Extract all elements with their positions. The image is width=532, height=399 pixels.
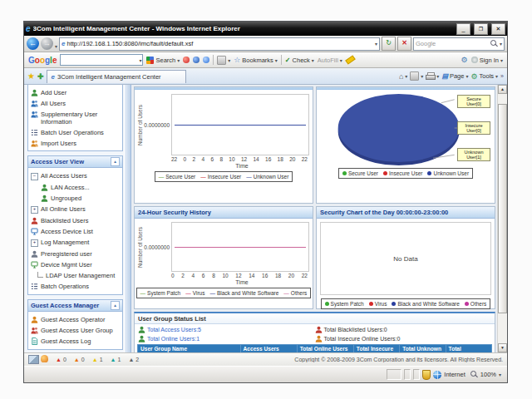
search-dropdown-icon[interactable] <box>500 40 502 47</box>
tools-menu-button[interactable]: ⚙Tools <box>470 72 498 81</box>
chevron-down-icon[interactable] <box>495 72 498 80</box>
sidebar-item-all-users[interactable]: All Users <box>30 98 121 109</box>
spellcheck-button[interactable]: ✓Check <box>285 57 314 64</box>
highlighter-icon[interactable] <box>345 55 355 64</box>
toolbar-overflow-icon[interactable]: » <box>500 73 504 79</box>
sidebar-item-guest-access-user-group[interactable]: Guest Access User Group <box>30 325 121 336</box>
sidebar-item-guest-access-log[interactable]: Guest Access Log <box>30 336 121 347</box>
col-total-insecure-online-users[interactable]: Total Insecure Online Users <box>353 345 399 353</box>
history-dropdown-icon[interactable] <box>55 37 57 52</box>
section-header-guest-access-manager[interactable]: Guest Access Manager <box>27 299 123 312</box>
tree-item-blacklisted-users[interactable]: Blacklisted Users <box>30 215 121 226</box>
col-access-users[interactable]: Access Users <box>240 345 297 353</box>
google-search-button[interactable]: Search <box>146 57 180 64</box>
popup-blocker-button[interactable] <box>217 56 230 65</box>
sidebar-splitter[interactable] <box>124 85 131 352</box>
google-search-input[interactable] <box>60 54 143 66</box>
scrollbar-thumb[interactable] <box>498 104 507 313</box>
instant-search-input[interactable]: Google <box>413 37 505 51</box>
tree-expand-icon[interactable] <box>31 239 38 247</box>
tree-expand-icon[interactable] <box>31 206 38 214</box>
add-gadget-icon[interactable] <box>203 57 209 63</box>
zoom-control[interactable]: 100% <box>468 371 504 378</box>
print-button[interactable] <box>426 72 439 80</box>
access-user-view-body: All Access Users LAN Access... Ungrouped… <box>27 168 123 295</box>
sign-in-button[interactable]: Sign In <box>471 57 503 64</box>
alarm-warning[interactable]: 1 <box>111 357 121 362</box>
col-user-group-name[interactable]: User Group Name <box>138 345 241 353</box>
title-bar[interactable]: e 3Com Intelligent Management Center - W… <box>24 22 507 36</box>
restore-button[interactable] <box>474 23 488 35</box>
add-favorite-icon[interactable]: ✚ <box>37 72 44 81</box>
col-total-online-users[interactable]: Total Online Users <box>297 345 353 353</box>
alarm-notify-icon[interactable] <box>41 355 48 362</box>
sidebar-item-guest-access-operator[interactable]: Guest Access Operator <box>30 314 121 325</box>
tree-collapse-icon[interactable] <box>31 173 38 180</box>
url-text[interactable]: http://192.168.1.150:8080/imc/fault/defa… <box>66 40 373 47</box>
status-panel-icon[interactable] <box>28 355 39 364</box>
tree-item-ungrouped[interactable]: Ungrouped <box>30 193 121 204</box>
tree-item-batch-operations[interactable]: Batch Operations <box>30 281 121 292</box>
chevron-down-icon[interactable] <box>421 72 423 80</box>
close-button[interactable] <box>491 23 505 35</box>
sphere-icon[interactable] <box>183 57 190 63</box>
sidebar-item-add-user[interactable]: Add User <box>30 87 121 98</box>
chevron-down-icon[interactable] <box>312 57 314 64</box>
total-access-users[interactable]: Total Access Users:5 <box>138 326 315 333</box>
google-search-dropdown-icon[interactable] <box>139 57 141 64</box>
address-input[interactable]: e http://192.168.1.150:8080/imc/fault/de… <box>59 37 380 51</box>
zoom-dropdown-icon[interactable] <box>499 371 501 378</box>
page-menu-button[interactable]: ▤Page <box>441 72 468 80</box>
search-icon[interactable] <box>490 40 498 47</box>
tree-item-access-device-list[interactable]: Access Device List <box>30 226 121 237</box>
scroll-up-button[interactable] <box>498 85 507 94</box>
tree-item-all-online-users[interactable]: All Online Users <box>30 204 121 215</box>
alarm-info[interactable]: 2 <box>128 357 139 362</box>
section-header-access-user-view[interactable]: Access User View <box>27 155 123 168</box>
chevron-down-icon[interactable] <box>275 57 278 64</box>
chevron-down-icon[interactable] <box>436 72 439 80</box>
alarm-major[interactable]: 0 <box>74 357 85 362</box>
tree-item-lan-access[interactable]: LAN Access... <box>30 182 121 193</box>
home-button[interactable]: ⌂ <box>399 72 407 81</box>
page-icon: e <box>62 40 65 47</box>
tree-item-log-management[interactable]: Log Management <box>30 237 121 249</box>
chevron-down-icon[interactable] <box>500 57 503 64</box>
collapse-section-icon[interactable] <box>111 157 120 166</box>
collapse-section-icon[interactable] <box>111 301 120 310</box>
line-marker <box>140 289 146 297</box>
chevron-down-icon[interactable] <box>466 72 468 80</box>
tree-item-ldap-user-management[interactable]: LDAP User Management <box>30 270 121 281</box>
minimize-button[interactable] <box>456 23 470 35</box>
back-button[interactable]: ← <box>27 37 39 50</box>
sidebar-item-supplementary-user-information[interactable]: Supplementary User Information <box>30 109 121 127</box>
content-scrollbar[interactable] <box>497 85 507 352</box>
col-total-unknown-online-users[interactable]: Total Unknown Online Users <box>400 345 446 353</box>
tab-3com-imc[interactable]: e 3Com Intelligent Management Center <box>47 70 186 83</box>
bookmarks-button[interactable]: ☆Bookmarks <box>234 56 278 64</box>
wrench-settings-icon[interactable]: ⚙ <box>461 56 468 64</box>
total-online-users[interactable]: Total Online Users:1 <box>138 335 315 342</box>
chevron-down-icon[interactable] <box>340 57 342 64</box>
alarm-critical[interactable]: 0 <box>56 357 66 362</box>
tree-item-all-access-users[interactable]: All Access Users <box>30 170 121 182</box>
forward-button[interactable]: → <box>41 37 53 50</box>
tree-item-device-mgmt-user[interactable]: Device Mgmt User <box>30 259 121 270</box>
address-dropdown-icon[interactable] <box>375 40 377 47</box>
chevron-down-icon[interactable] <box>405 72 407 80</box>
stop-button[interactable]: ✕ <box>397 37 411 51</box>
sidebar-item-import-users[interactable]: Import Users <box>30 138 121 149</box>
favorites-center-icon[interactable]: ★ <box>27 71 35 81</box>
tree-item-preregistered-user[interactable]: Preregistered user <box>30 249 121 259</box>
tree-connector <box>37 272 43 278</box>
col-total-blacklisted-users[interactable]: Total Blacklisted Users <box>446 345 491 353</box>
chevron-down-icon[interactable] <box>177 57 180 64</box>
globe-icon[interactable] <box>193 57 200 63</box>
chevron-down-icon[interactable] <box>228 57 230 64</box>
autofill-button[interactable]: AutoFill <box>318 57 342 64</box>
sidebar-item-batch-user-operations[interactable]: Batch User Operations <box>30 127 121 138</box>
alarm-minor[interactable]: 1 <box>92 357 103 362</box>
scroll-down-button[interactable] <box>498 343 507 352</box>
feeds-button[interactable] <box>410 71 423 81</box>
refresh-button[interactable]: ↻ <box>382 37 396 51</box>
